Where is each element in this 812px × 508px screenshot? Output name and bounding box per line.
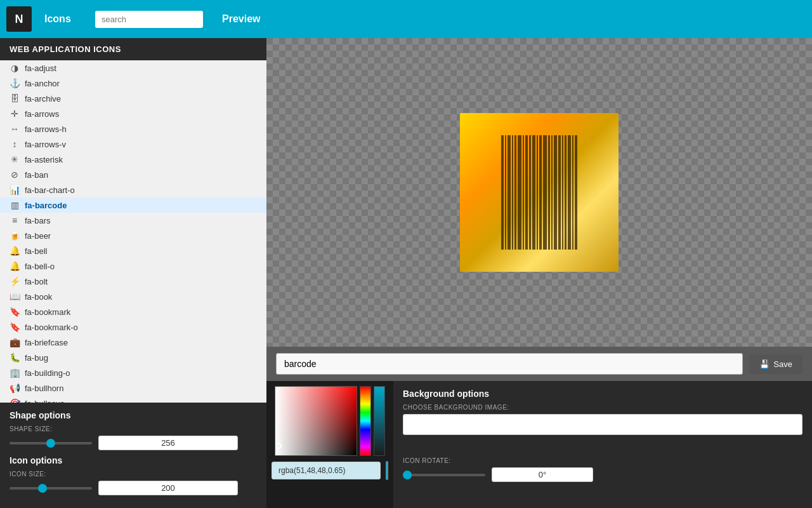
- shape-size-slider[interactable]: [10, 442, 92, 444]
- icon-item-fa-bolt[interactable]: ⚡ fa-bolt: [0, 274, 266, 289]
- icon-color-swatch[interactable]: [386, 461, 388, 480]
- hue-strip[interactable]: [360, 386, 371, 456]
- bar: [548, 135, 550, 250]
- bar: [558, 135, 561, 250]
- main-layout: WEB APPLICATION ICONS ◑ fa-adjust ⚓ fa-a…: [0, 38, 812, 508]
- icon-glyph: 🗄: [10, 93, 20, 104]
- shape-size-label: SHAPE SIZE:: [10, 425, 257, 432]
- icon-glyph: ↕: [10, 139, 20, 149]
- icon-glyph: 🍺: [10, 231, 20, 241]
- logo: N: [6, 6, 32, 32]
- icon-item-fa-bell-o[interactable]: 🔔 fa-bell-o: [0, 258, 266, 274]
- icon-name: fa-bug: [25, 353, 48, 363]
- icon-glyph: 🐛: [10, 352, 20, 363]
- save-row: 💾 Save: [266, 347, 812, 381]
- icon-name: fa-book: [25, 292, 52, 302]
- icon-name: fa-bookmark-o: [25, 323, 78, 332]
- icon-glyph: 🏢: [10, 368, 20, 378]
- icon-name: fa-arrows: [25, 109, 59, 119]
- sidebar-section-title: WEB APPLICATION ICONS: [10, 44, 121, 54]
- icon-glyph: ▥: [10, 200, 20, 210]
- bar: [537, 135, 538, 250]
- bar: [532, 135, 535, 250]
- save-label: Save: [773, 359, 792, 369]
- rotate-value[interactable]: [492, 467, 593, 482]
- bar: [523, 135, 524, 250]
- icon-item-fa-arrows-v[interactable]: ↕ fa-arrows-v: [0, 137, 266, 152]
- bg-options-title: Background options: [403, 389, 802, 399]
- bg-image-input[interactable]: Background: Ambient Gold 04: [403, 414, 802, 435]
- icon-item-fa-barcode[interactable]: ▥ fa-barcode: [0, 197, 266, 213]
- icon-item-fa-bug[interactable]: 🐛 fa-bug: [0, 350, 266, 365]
- icon-item-fa-briefcase[interactable]: 💼 fa-briefcase: [0, 335, 266, 350]
- color-gradient-canvas[interactable]: [275, 386, 357, 456]
- bottom-options-row: Background options CHOOSE BACKGROUND IMA…: [266, 381, 812, 508]
- icon-glyph: ⚓: [10, 78, 20, 88]
- bar: [529, 135, 531, 250]
- icon-glyph: 🔔: [10, 261, 20, 271]
- icon-name: fa-archive: [25, 94, 61, 104]
- icon-item-fa-anchor[interactable]: ⚓ fa-anchor: [0, 76, 266, 91]
- icon-name: fa-bell-o: [25, 262, 55, 271]
- icon-glyph: 🎯: [10, 398, 20, 403]
- preview-nav-label[interactable]: Preview: [222, 13, 260, 25]
- icon-color-input[interactable]: [272, 462, 381, 479]
- icon-item-fa-bullseye[interactable]: 🎯 fa-bullseye: [0, 396, 266, 403]
- icon-size-slider[interactable]: [10, 487, 92, 490]
- color-crosshair: [275, 443, 282, 449]
- icon-glyph: 📊: [10, 185, 20, 195]
- save-icon: 💾: [759, 359, 769, 369]
- icon-glyph: ◑: [10, 63, 20, 73]
- save-button[interactable]: 💾 Save: [749, 354, 802, 374]
- preview-canvas: [266, 38, 812, 347]
- icon-name: fa-bolt: [25, 277, 48, 286]
- icon-item-fa-bar-chart-o[interactable]: 📊 fa-bar-chart-o: [0, 182, 266, 197]
- icon-size-value[interactable]: [98, 481, 238, 495]
- rotate-label: ICON ROTATE:: [403, 457, 802, 464]
- icon-list[interactable]: ◑ fa-adjust ⚓ fa-anchor 🗄 fa-archive ✛ f…: [0, 60, 266, 403]
- bg-choose-label: CHOOSE BACKGROUND IMAGE:: [403, 404, 802, 411]
- icon-item-fa-arrows-h[interactable]: ↔ fa-arrows-h: [0, 121, 266, 137]
- icon-glyph: 💼: [10, 337, 20, 347]
- bar: [554, 135, 557, 250]
- icon-name: fa-anchor: [25, 79, 60, 88]
- opacity-strip[interactable]: [374, 386, 385, 456]
- icon-glyph: 📖: [10, 291, 20, 302]
- icon-name-input[interactable]: [276, 353, 743, 375]
- icon-item-fa-arrows[interactable]: ✛ fa-arrows: [0, 106, 266, 121]
- icon-item-fa-building-o[interactable]: 🏢 fa-building-o: [0, 365, 266, 380]
- color-picker-controls: [275, 386, 385, 456]
- bar: [525, 135, 528, 250]
- icon-item-fa-adjust[interactable]: ◑ fa-adjust: [0, 60, 266, 76]
- bar: [505, 135, 506, 250]
- search-input[interactable]: [95, 11, 203, 28]
- icon-glyph: ✳: [10, 154, 20, 164]
- icon-item-fa-ban[interactable]: ⊘ fa-ban: [0, 167, 266, 182]
- shape-size-value[interactable]: [98, 436, 238, 450]
- icon-name: fa-adjust: [25, 64, 56, 73]
- bar: [543, 135, 547, 250]
- icon-item-fa-bookmark-o[interactable]: 🔖 fa-bookmark-o: [0, 319, 266, 335]
- icon-item-fa-archive[interactable]: 🗄 fa-archive: [0, 91, 266, 106]
- color-picker-section: [266, 381, 393, 508]
- bar: [568, 135, 571, 250]
- icon-name: fa-asterisk: [25, 155, 63, 164]
- sidebar-header: WEB APPLICATION ICONS: [0, 38, 266, 60]
- bar: [562, 135, 563, 250]
- icon-name: fa-bar-chart-o: [25, 185, 75, 195]
- icon-name: fa-building-o: [25, 368, 70, 378]
- icon-name: fa-bookmark: [25, 307, 70, 317]
- bar: [501, 135, 504, 250]
- icon-item-fa-bell[interactable]: 🔔 fa-bell: [0, 243, 266, 258]
- icon-item-fa-asterisk[interactable]: ✳ fa-asterisk: [0, 152, 266, 167]
- icon-item-fa-book[interactable]: 📖 fa-book: [0, 289, 266, 304]
- icons-nav-label[interactable]: Icons: [44, 13, 82, 25]
- icon-name: fa-briefcase: [25, 338, 68, 347]
- right-panel: 💾 Save B: [266, 38, 812, 508]
- icon-item-fa-bars[interactable]: ≡ fa-bars: [0, 213, 266, 228]
- rotate-slider[interactable]: [403, 474, 485, 476]
- icon-item-fa-beer[interactable]: 🍺 fa-beer: [0, 228, 266, 243]
- topbar: N Icons Preview: [0, 0, 812, 38]
- icon-item-fa-bullhorn[interactable]: 📢 fa-bullhorn: [0, 380, 266, 396]
- icon-item-fa-bookmark[interactable]: 🔖 fa-bookmark: [0, 304, 266, 319]
